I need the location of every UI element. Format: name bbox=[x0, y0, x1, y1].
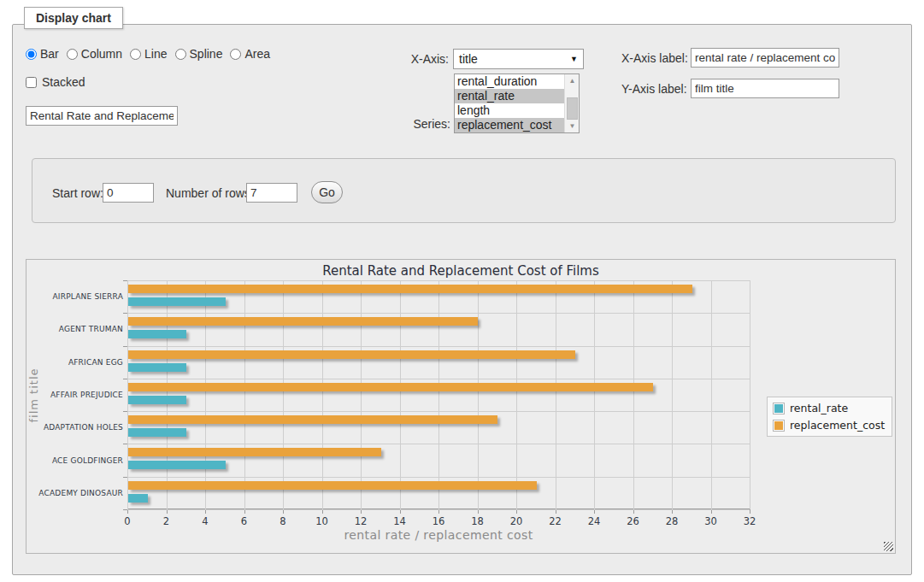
series-listbox[interactable]: rental_durationrental_ratelengthreplacem… bbox=[454, 73, 580, 133]
category-label: AGENT TRUMAN bbox=[26, 325, 123, 333]
chart-type-radio-group: Bar Column Line Spline Area bbox=[26, 47, 270, 61]
y-tick-mark bbox=[123, 379, 127, 379]
legend-item-rental_rate: rental_rate bbox=[773, 402, 885, 414]
gridline-vertical bbox=[633, 280, 634, 509]
gridline-horizontal bbox=[127, 477, 750, 478]
x-axis-select-value: title bbox=[459, 52, 478, 66]
x-tick-label: 2 bbox=[163, 515, 169, 527]
gridline-vertical bbox=[711, 280, 712, 509]
gridline-horizontal bbox=[127, 313, 750, 314]
bar-replacement_cost bbox=[128, 448, 381, 456]
num-rows-input[interactable] bbox=[246, 183, 297, 203]
resize-handle-icon[interactable] bbox=[884, 542, 893, 551]
x-tick-mark bbox=[750, 509, 750, 514]
x-tick-label: 32 bbox=[744, 515, 756, 527]
chart-type-line[interactable]: Line bbox=[130, 47, 167, 61]
go-button[interactable]: Go bbox=[311, 181, 343, 203]
series-option-replacement_cost[interactable]: replacement_cost bbox=[455, 118, 564, 132]
chart-type-column[interactable]: Column bbox=[67, 47, 122, 61]
category-label: AFFAIR PREJUDICE bbox=[26, 391, 123, 399]
x-tick-label: 4 bbox=[202, 515, 208, 527]
x-tick-label: 22 bbox=[549, 515, 562, 527]
x-tick-label: 8 bbox=[280, 515, 285, 527]
bar-replacement_cost bbox=[128, 317, 478, 326]
scroll-down-icon[interactable]: ▼ bbox=[565, 120, 580, 132]
x-tick-label: 30 bbox=[704, 515, 717, 527]
gridline-vertical bbox=[438, 280, 439, 509]
bar-replacement_cost bbox=[128, 350, 575, 359]
gridline-vertical bbox=[361, 280, 362, 509]
series-option-rental_duration[interactable]: rental_duration bbox=[455, 74, 564, 89]
chart-type-bar-label: Bar bbox=[40, 47, 59, 61]
gridline-vertical bbox=[478, 280, 479, 509]
scrollbar-thumb[interactable] bbox=[567, 97, 578, 120]
bar-rental_rate bbox=[128, 428, 186, 437]
chart-container: Rental Rate and Replacement Cost of Film… bbox=[26, 259, 896, 554]
legend-label: rental_rate bbox=[790, 402, 848, 414]
legend-label: replacement_cost bbox=[790, 419, 885, 432]
bar-replacement_cost bbox=[128, 285, 692, 293]
bar-rental_rate bbox=[128, 363, 186, 372]
chart-type-area-radio[interactable] bbox=[230, 49, 241, 60]
stacked-checkbox-row[interactable]: Stacked bbox=[26, 75, 85, 89]
series-option-rental_rate[interactable]: rental_rate bbox=[455, 89, 564, 103]
y-tick-mark bbox=[123, 280, 127, 281]
panel-title: Display chart bbox=[24, 7, 123, 29]
chart-type-area[interactable]: Area bbox=[230, 47, 270, 61]
legend-swatch-icon bbox=[773, 403, 785, 414]
category-label: AIRPLANE SIERRA bbox=[26, 292, 123, 301]
legend-item-replacement_cost: replacement_cost bbox=[773, 419, 885, 432]
legend-swatch-icon bbox=[773, 420, 785, 432]
series-options: rental_durationrental_ratelengthreplacem… bbox=[455, 74, 564, 132]
x-tick-label: 10 bbox=[315, 515, 328, 527]
x-tick-label: 12 bbox=[355, 515, 368, 527]
gridline-horizontal bbox=[127, 379, 750, 379]
y-axis-label-input[interactable] bbox=[691, 79, 839, 98]
chart-type-line-radio[interactable] bbox=[130, 49, 141, 60]
page: Display chart Bar Column Line Spline Are… bbox=[0, 0, 924, 582]
bar-replacement_cost bbox=[128, 481, 537, 490]
x-axis-select[interactable]: title ▼ bbox=[453, 49, 584, 69]
chart-type-area-label: Area bbox=[244, 47, 270, 61]
chart-title-input[interactable] bbox=[26, 106, 178, 126]
gridline-vertical bbox=[750, 280, 750, 509]
gridline-vertical bbox=[244, 280, 245, 509]
chart-type-spline[interactable]: Spline bbox=[175, 47, 223, 61]
category-label: ACADEMY DINOSAUR bbox=[26, 489, 123, 497]
x-axis-select-label: X-Axis: bbox=[400, 52, 449, 66]
category-label: ACE GOLDFINGER bbox=[26, 456, 123, 465]
category-label: ADAPTATION HOLES bbox=[26, 423, 123, 432]
x-axis-label-input[interactable] bbox=[691, 48, 839, 68]
bar-replacement_cost bbox=[128, 383, 653, 391]
chart-legend: rental_ratereplacement_cost bbox=[767, 397, 892, 437]
series-list-label: Series: bbox=[402, 117, 450, 131]
x-tick-label: 16 bbox=[433, 515, 445, 527]
gridline-vertical bbox=[283, 280, 284, 509]
gridline-vertical bbox=[400, 280, 401, 509]
series-scrollbar[interactable]: ▲ ▼ bbox=[564, 74, 579, 132]
y-tick-mark bbox=[123, 444, 127, 444]
chart-type-bar-radio[interactable] bbox=[26, 49, 37, 60]
chart-type-spline-radio[interactable] bbox=[175, 49, 186, 60]
y-tick-mark bbox=[123, 411, 127, 412]
x-tick-label: 0 bbox=[124, 515, 130, 527]
stacked-checkbox[interactable] bbox=[26, 77, 37, 88]
chart-x-axis-title: rental rate / replacement cost bbox=[127, 528, 750, 542]
y-axis-label-caption: Y-Axis label: bbox=[621, 82, 687, 96]
start-row-input[interactable] bbox=[103, 183, 154, 203]
chart-type-column-radio[interactable] bbox=[67, 49, 78, 60]
gridline-horizontal bbox=[127, 411, 750, 412]
bar-rental_rate bbox=[128, 494, 148, 503]
chart-plot bbox=[127, 280, 750, 509]
bar-rental_rate bbox=[128, 330, 186, 338]
row-controls-panel: Start row: Number of rows: Go bbox=[32, 158, 896, 223]
bar-replacement_cost bbox=[128, 415, 497, 424]
gridline-horizontal bbox=[127, 509, 750, 510]
gridline-vertical bbox=[205, 280, 206, 509]
series-option-length[interactable]: length bbox=[455, 103, 564, 118]
chart-type-bar[interactable]: Bar bbox=[26, 47, 59, 61]
scroll-up-icon[interactable]: ▲ bbox=[565, 74, 580, 87]
gridline-vertical bbox=[672, 280, 673, 509]
x-tick-label: 14 bbox=[393, 515, 406, 527]
gridline-horizontal bbox=[127, 346, 750, 347]
